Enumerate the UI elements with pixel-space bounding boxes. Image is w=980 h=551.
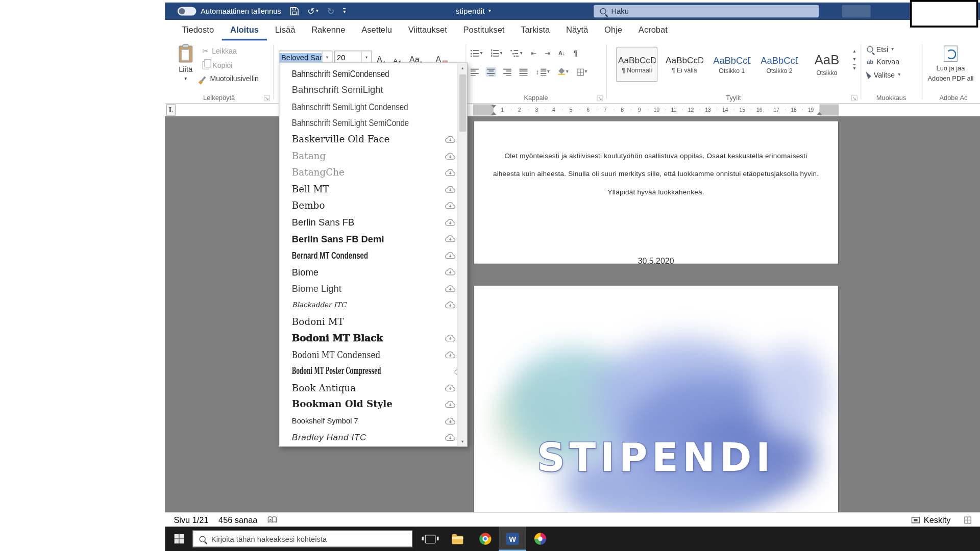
style-card[interactable]: AaB Otsikko bbox=[806, 47, 848, 82]
line-spacing-button[interactable]: ↕▾ bbox=[535, 68, 550, 76]
qat-customize-button[interactable]: ▾ bbox=[344, 8, 346, 14]
replace-button[interactable]: ab Korvaa bbox=[867, 58, 900, 66]
ribbon-tab[interactable]: Viittaukset bbox=[400, 25, 455, 41]
font-option[interactable]: Bookshelf Symbol 7 bbox=[279, 413, 467, 429]
copy-button[interactable]: Kopioi bbox=[203, 61, 259, 69]
font-option[interactable]: Berlin Sans FB bbox=[279, 214, 467, 230]
ribbon-tab[interactable]: Tarkista bbox=[512, 25, 558, 41]
font-option[interactable]: Bell MT bbox=[279, 181, 467, 197]
styles-down-button[interactable]: ▾ bbox=[853, 56, 855, 62]
format-painter-button[interactable]: Muotoilusivellin bbox=[203, 75, 259, 83]
font-option[interactable]: Biome Light bbox=[279, 280, 467, 296]
align-left-button[interactable] bbox=[471, 68, 479, 76]
font-option[interactable]: Bodoni MT Black bbox=[279, 330, 467, 346]
cut-button[interactable]: ✂ Leikkaa bbox=[203, 47, 259, 56]
page-indicator[interactable]: Sivu 1/21 bbox=[174, 515, 208, 524]
increase-indent-button[interactable]: ⇥ bbox=[545, 49, 550, 56]
titlebar-search[interactable]: Haku bbox=[594, 5, 819, 17]
font-option[interactable]: Bembo bbox=[279, 197, 467, 214]
font-option[interactable]: Bodoni MT Poster Compressed bbox=[279, 363, 467, 379]
font-option[interactable]: Blackadder ITC bbox=[279, 297, 467, 313]
create-pdf-button[interactable]: Luo ja jaa Adoben PDF all bbox=[925, 45, 975, 82]
style-card[interactable]: AaBbCcD Otsikko 1 bbox=[711, 47, 752, 82]
autosave-toggle[interactable]: Automaattinen tallennus bbox=[178, 7, 281, 15]
sort-button[interactable]: A↓ bbox=[558, 50, 565, 56]
chevron-down-icon[interactable]: ▾ bbox=[361, 51, 372, 63]
dialog-launcher-icon[interactable]: ↘ bbox=[851, 95, 857, 101]
page1-paragraph[interactable]: Olet myönteisesti ja aktiivisesti koulut… bbox=[491, 147, 820, 202]
shading-button[interactable]: ▾ bbox=[558, 68, 569, 75]
multilevel-list-button[interactable]: ▾ bbox=[510, 49, 522, 57]
page1-date[interactable]: 30.5.2020 bbox=[474, 256, 838, 265]
chrome-button[interactable] bbox=[471, 527, 499, 551]
font-option[interactable]: Bookman Old Style bbox=[279, 396, 467, 412]
font-option[interactable]: Baskerville Old Face bbox=[279, 131, 467, 147]
align-center-button[interactable] bbox=[487, 68, 495, 76]
font-option[interactable]: BatangChe bbox=[279, 164, 467, 181]
font-option[interactable]: Bernard MT Condensed bbox=[279, 247, 467, 263]
justify-button[interactable] bbox=[520, 68, 528, 76]
find-button[interactable]: Etsi ▾ bbox=[867, 45, 900, 53]
font-dropdown-scrollbar[interactable]: ▴ ▾ bbox=[457, 63, 467, 446]
ribbon-tab[interactable]: Näytä bbox=[558, 25, 596, 41]
tab-selector[interactable]: L bbox=[166, 104, 176, 115]
document-page-1[interactable]: Olet myönteisesti ja aktiivisesti koulut… bbox=[473, 120, 839, 264]
bullets-button[interactable]: ▾ bbox=[471, 49, 482, 57]
font-option[interactable]: Bahnschrift SemiLight SemiConde bbox=[279, 115, 467, 131]
font-option[interactable]: Bahnschrift SemiCondensed bbox=[279, 65, 467, 81]
styles-more-button[interactable]: ▾ bbox=[853, 64, 855, 71]
select-button[interactable]: Valitse ▾ bbox=[867, 70, 900, 79]
titlebar-account-area[interactable] bbox=[842, 5, 870, 17]
proofing-status-button[interactable] bbox=[267, 516, 277, 523]
style-card[interactable]: AaBbCcDd ¶ Ei väliä bbox=[664, 47, 705, 82]
ribbon-tab[interactable]: Postitukset bbox=[455, 25, 513, 41]
font-option[interactable]: Bradley Hand ITC bbox=[279, 429, 467, 445]
borders-button[interactable]: ▾ bbox=[577, 68, 587, 75]
ribbon-tab[interactable]: Aloitus bbox=[222, 25, 267, 41]
horizontal-ruler[interactable]: 12345678910111213141516171819 bbox=[473, 104, 839, 115]
scrollbar-thumb[interactable] bbox=[459, 74, 466, 132]
redo-button[interactable]: ↻ bbox=[327, 7, 334, 15]
document-title[interactable]: stipendit ▾ bbox=[456, 3, 491, 20]
styles-up-button[interactable]: ▴ bbox=[853, 48, 855, 54]
font-option[interactable]: Bahnschrift SemiLight bbox=[279, 82, 467, 98]
page2-heading[interactable]: STIPENDI bbox=[474, 435, 838, 480]
ribbon-tab[interactable]: Ohje bbox=[596, 25, 630, 41]
show-formatting-marks-button[interactable]: ¶ bbox=[573, 49, 577, 57]
font-option[interactable]: Book Antiqua bbox=[279, 380, 467, 396]
word-count[interactable]: 456 sanaa bbox=[218, 515, 257, 524]
view-layout-button[interactable] bbox=[964, 516, 971, 523]
numbering-button[interactable]: ▾ bbox=[491, 49, 502, 57]
dialog-launcher-icon[interactable]: ↘ bbox=[597, 95, 603, 101]
ribbon-tab[interactable]: Lisää bbox=[267, 25, 303, 41]
undo-button[interactable]: ↺ ▾ bbox=[307, 7, 318, 15]
dialog-launcher-icon[interactable]: ↘ bbox=[264, 95, 270, 101]
document-page-2[interactable]: STIPENDI bbox=[473, 286, 839, 512]
ribbon-tab[interactable]: Rakenne bbox=[303, 25, 353, 41]
focus-mode-button[interactable]: Keskity bbox=[911, 515, 950, 524]
file-explorer-button[interactable] bbox=[444, 527, 471, 551]
ribbon-tab[interactable]: Acrobat bbox=[630, 25, 676, 41]
align-right-button[interactable] bbox=[503, 68, 511, 76]
toggle-switch-icon[interactable] bbox=[178, 7, 197, 15]
word-button[interactable]: W bbox=[499, 527, 526, 551]
style-card[interactable]: AaBbCcD Otsikko 2 bbox=[759, 47, 800, 82]
start-button[interactable] bbox=[165, 527, 192, 551]
chevron-down-icon[interactable]: ▾ bbox=[322, 51, 332, 63]
ribbon-tab[interactable]: Asettelu bbox=[353, 25, 400, 41]
paint-button[interactable] bbox=[526, 527, 554, 551]
font-option[interactable]: Bodoni MT Condensed bbox=[279, 346, 467, 363]
style-card[interactable]: AaBbCcDd ¶ Normaali bbox=[616, 47, 657, 82]
ribbon-tab[interactable]: Tiedosto bbox=[174, 25, 222, 41]
font-option[interactable]: Biome bbox=[279, 264, 467, 280]
font-option[interactable]: Bodoni MT bbox=[279, 313, 467, 330]
scroll-down-icon[interactable]: ▾ bbox=[458, 437, 467, 446]
paste-button[interactable]: Liitä ▾ bbox=[172, 45, 200, 96]
save-button[interactable] bbox=[290, 7, 299, 15]
taskbar-search[interactable]: Kirjoita tähän hakeaksesi kohteista bbox=[192, 531, 412, 547]
font-option[interactable]: Berlin Sans FB Demi bbox=[279, 231, 467, 247]
font-option[interactable]: Bahnschrift SemiLight Condensed bbox=[279, 98, 467, 114]
task-view-button[interactable] bbox=[416, 527, 444, 551]
scroll-up-icon[interactable]: ▴ bbox=[458, 63, 467, 72]
font-option[interactable]: Batang bbox=[279, 148, 467, 164]
